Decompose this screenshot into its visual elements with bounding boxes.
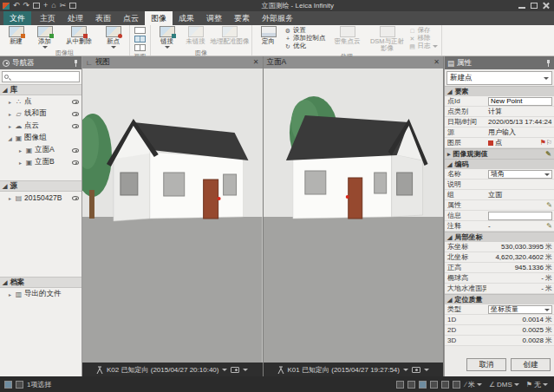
new-image-group-button[interactable]: 新建	[2, 26, 30, 45]
window-layout-icon[interactable]	[69, 3, 76, 9]
tab-adjustments[interactable]: 调整	[200, 11, 228, 25]
dsm-ortho-button[interactable]: DSM与正射影像	[368, 26, 407, 52]
distance-unit-selector[interactable]: ∕ 米	[464, 380, 484, 389]
tab-pointclouds[interactable]: 点云	[117, 11, 145, 25]
tab-processing[interactable]: 处理	[62, 11, 89, 25]
dense-point-cloud-button[interactable]: 密集点云	[328, 26, 368, 45]
section-position-quality[interactable]: ◢ 定位质量	[445, 294, 554, 304]
close-button[interactable]	[543, 3, 550, 9]
visibility-eye-icon[interactable]	[72, 100, 79, 104]
code-name-dropdown[interactable]: 墙角	[488, 170, 552, 179]
close-icon[interactable]: ✕	[253, 59, 259, 66]
nav-item-elevation-b[interactable]: ▸ ▣ 立面B	[0, 156, 81, 168]
tab-features[interactable]: 要素	[228, 11, 256, 25]
tab-file[interactable]: 文件	[3, 11, 31, 25]
nav-item-image-groups[interactable]: ◢ ▣ 图像组	[0, 132, 81, 144]
unlink-button[interactable]: 未链接	[181, 26, 210, 45]
add-images-button[interactable]: 添加	[30, 26, 59, 49]
add-control-points-button[interactable]: + 添加控制点	[284, 35, 326, 42]
visibility-eye-icon[interactable]	[72, 124, 79, 128]
tab-home[interactable]: 主页	[34, 11, 62, 25]
visibility-eye-icon[interactable]	[72, 148, 79, 153]
close-icon[interactable]: ✕	[433, 59, 440, 66]
angle-unit-selector[interactable]: ∠ DMS	[487, 381, 521, 389]
nav-item-elevation-a[interactable]: ▸ ▣ 立面A	[0, 144, 81, 156]
viewport-3d-canvas[interactable]	[82, 69, 263, 363]
status-clock-icon[interactable]	[396, 381, 404, 389]
panel-toggle-icon[interactable]	[4, 381, 12, 389]
button-label: 从中删除	[66, 38, 92, 45]
pencil-icon[interactable]: ✎	[546, 202, 552, 209]
object-type-selector[interactable]: 新建点	[446, 71, 552, 85]
nav-item-exported-files[interactable]: ▸ ▥ 导出的文件	[0, 288, 81, 300]
pin-outline-icon[interactable]: ⚐	[546, 139, 552, 147]
view-quad-button[interactable]	[134, 44, 146, 51]
georeference-image-button[interactable]: 地理配准图像	[210, 26, 250, 45]
undo-icon[interactable]: ↶	[13, 2, 20, 10]
chevron-down-icon[interactable]	[222, 369, 227, 371]
view-single-button[interactable]	[134, 27, 146, 34]
new-point-button[interactable]: 新点	[99, 26, 127, 49]
chevron-down-icon[interactable]	[403, 369, 408, 371]
nav-item-points[interactable]: ▸ ∴ 点	[0, 95, 81, 108]
orient-button[interactable]: 定向	[254, 26, 283, 45]
pin-red-icon[interactable]: ⚑	[540, 139, 546, 147]
tab-imaging[interactable]: 图像	[145, 11, 173, 25]
create-button[interactable]: 创建	[511, 358, 551, 371]
crs-selector[interactable]: ⚑ 无	[525, 380, 550, 389]
section-image-observations[interactable]: ▸ 图像观测值 ✎	[445, 148, 554, 159]
remove-button[interactable]: ✕ 移除	[409, 35, 438, 42]
nav-item-pointclouds[interactable]: ▸ ☁ 点云	[0, 120, 81, 132]
pencil-icon[interactable]: ✎	[546, 223, 552, 230]
tab-surfaces[interactable]: 表面	[89, 11, 117, 25]
home-icon[interactable]: ⌂	[51, 2, 55, 10]
visibility-eye-icon[interactable]	[72, 112, 79, 116]
settings-button[interactable]: ⚙ 设置	[284, 27, 326, 34]
nav-item-source-file[interactable]: ▸ ▤ 20150427B	[0, 192, 81, 204]
tab-services[interactable]: 外部服务	[256, 11, 299, 25]
maximize-button[interactable]	[531, 3, 538, 9]
point-id-input[interactable]	[488, 97, 552, 106]
status-archive-icon[interactable]	[453, 381, 460, 389]
nav-section-archive[interactable]: ◢ 档案	[0, 277, 81, 288]
chevron-down-icon[interactable]	[424, 369, 429, 371]
remove-from-group-icon	[71, 26, 87, 37]
camera-icon[interactable]	[231, 367, 239, 373]
section-basic[interactable]: ◢ 要素	[445, 86, 554, 96]
status-inspect-icon[interactable]	[407, 381, 415, 389]
save-button[interactable]: □ 保存	[409, 27, 438, 34]
log-button[interactable]: ▤ 日志	[409, 42, 438, 49]
quality-type-dropdown[interactable]: 坐标质量	[488, 305, 552, 314]
minimize-button[interactable]	[518, 3, 525, 9]
nav-section-source[interactable]: ◢ 源	[0, 180, 81, 192]
redo-icon[interactable]: ↷	[23, 2, 30, 10]
search-input[interactable]	[10, 73, 77, 81]
view-split-button[interactable]	[134, 36, 146, 42]
pin-icon[interactable]	[545, 60, 551, 67]
scissors-icon[interactable]: ✂	[60, 2, 67, 10]
pencil-icon[interactable]: ✎	[545, 151, 551, 158]
camera-icon[interactable]	[412, 367, 420, 373]
section-local-coordinates[interactable]: ◢ 局部坐标	[445, 232, 554, 242]
pin-icon[interactable]	[73, 60, 79, 67]
link-button[interactable]: 链接	[153, 26, 181, 49]
tab-deliverables[interactable]: 成果	[173, 11, 200, 25]
optimize-button[interactable]: ↻ 优化	[284, 42, 326, 49]
status-report-icon[interactable]	[430, 381, 438, 389]
visibility-eye-icon[interactable]	[72, 196, 79, 200]
viewport-elevation-canvas[interactable]	[264, 69, 444, 363]
status-import-icon[interactable]	[441, 381, 449, 389]
add-icon[interactable]: +	[43, 2, 48, 10]
section-coding[interactable]: ◢ 编码	[445, 159, 554, 169]
visibility-eye-icon[interactable]	[72, 160, 79, 165]
nav-item-lines-areas[interactable]: ▸ ▱ 线和面	[0, 108, 81, 120]
nav-section-library[interactable]: ◢ 库	[0, 84, 81, 95]
properties-icon: ▤	[447, 59, 454, 68]
remove-from-group-button[interactable]: 从中删除	[59, 26, 99, 45]
chevron-down-icon[interactable]	[243, 369, 248, 371]
delete-icon[interactable]	[33, 3, 40, 9]
info-input[interactable]	[488, 212, 552, 220]
cancel-button[interactable]: 取消	[466, 358, 506, 371]
status-list-icon[interactable]	[419, 381, 427, 389]
log-toggle-icon[interactable]	[16, 381, 23, 389]
